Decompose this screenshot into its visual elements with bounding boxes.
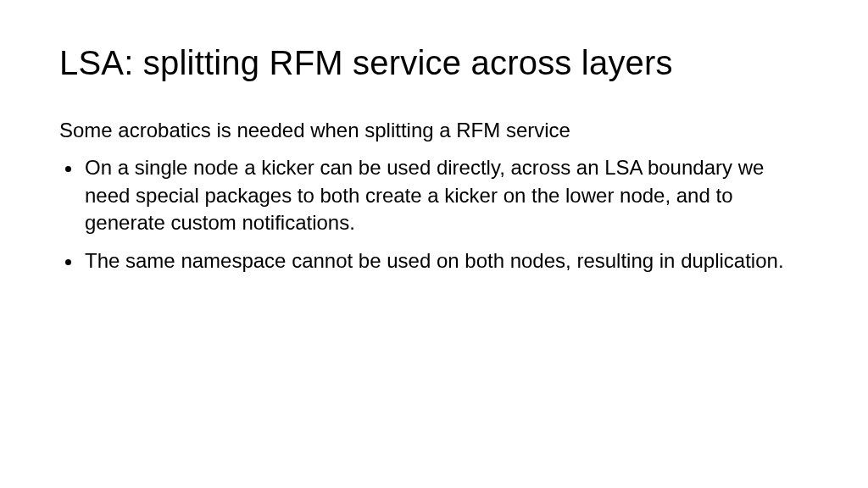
bullet-list: On a single node a kicker can be used di… — [59, 154, 809, 274]
slide-lead: Some acrobatics is needed when splitting… — [59, 117, 809, 144]
slide: LSA: splitting RFM service across layers… — [0, 0, 868, 488]
list-item: On a single node a kicker can be used di… — [83, 154, 809, 236]
list-item: The same namespace cannot be used on bot… — [83, 247, 809, 274]
slide-title: LSA: splitting RFM service across layers — [59, 42, 809, 83]
